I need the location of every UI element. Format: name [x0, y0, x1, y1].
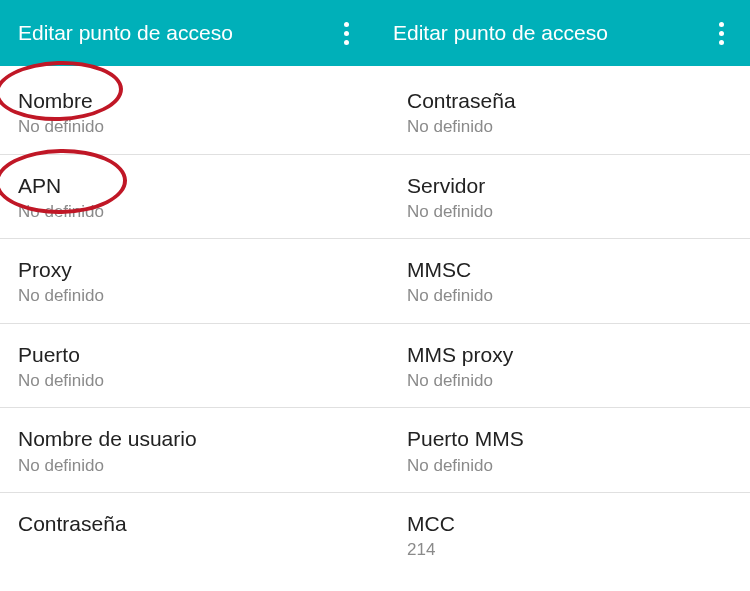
field-value: No definido [18, 286, 357, 306]
field-label: MMSC [407, 257, 732, 282]
apn-field-contrasena[interactable]: Contraseña [0, 493, 375, 556]
overflow-menu-icon[interactable] [711, 14, 732, 53]
apn-settings-screen-1: Editar punto de acceso Nombre No definid… [0, 0, 375, 591]
field-label: APN [18, 173, 357, 198]
apn-field-puerto-mms[interactable]: Puerto MMS No definido [375, 408, 750, 493]
apn-field-mcc[interactable]: MCC 214 [375, 493, 750, 577]
apn-field-puerto[interactable]: Puerto No definido [0, 324, 375, 409]
field-label: MCC [407, 511, 732, 536]
apn-field-nombre-usuario[interactable]: Nombre de usuario No definido [0, 408, 375, 493]
field-value: 214 [407, 540, 732, 560]
apn-field-apn[interactable]: APN No definido [0, 155, 375, 240]
apn-field-mms-proxy[interactable]: MMS proxy No definido [375, 324, 750, 409]
field-value: No definido [407, 286, 732, 306]
field-label: Nombre de usuario [18, 426, 357, 451]
apn-field-contrasena[interactable]: Contraseña No definido [375, 66, 750, 155]
field-label: Contraseña [18, 511, 357, 536]
header-bar: Editar punto de acceso [0, 0, 375, 66]
overflow-menu-icon[interactable] [336, 14, 357, 53]
header-title: Editar punto de acceso [393, 21, 608, 45]
field-value: No definido [18, 117, 357, 137]
field-label: Puerto MMS [407, 426, 732, 451]
settings-list: Nombre No definido APN No definido Proxy… [0, 66, 375, 556]
apn-settings-screen-2: Editar punto de acceso Contraseña No def… [375, 0, 750, 591]
apn-field-servidor[interactable]: Servidor No definido [375, 155, 750, 240]
header-bar: Editar punto de acceso [375, 0, 750, 66]
field-label: Contraseña [407, 88, 732, 113]
field-value: No definido [407, 202, 732, 222]
field-value: No definido [18, 371, 357, 391]
field-value: No definido [407, 456, 732, 476]
field-label: Proxy [18, 257, 357, 282]
apn-field-nombre[interactable]: Nombre No definido [0, 66, 375, 155]
settings-list: Contraseña No definido Servidor No defin… [375, 66, 750, 576]
apn-field-mmsc[interactable]: MMSC No definido [375, 239, 750, 324]
field-label: MMS proxy [407, 342, 732, 367]
field-value: No definido [407, 117, 732, 137]
apn-field-proxy[interactable]: Proxy No definido [0, 239, 375, 324]
header-title: Editar punto de acceso [18, 21, 233, 45]
field-label: Servidor [407, 173, 732, 198]
field-value: No definido [18, 202, 357, 222]
field-label: Nombre [18, 88, 357, 113]
field-value: No definido [407, 371, 732, 391]
field-value: No definido [18, 456, 357, 476]
field-label: Puerto [18, 342, 357, 367]
